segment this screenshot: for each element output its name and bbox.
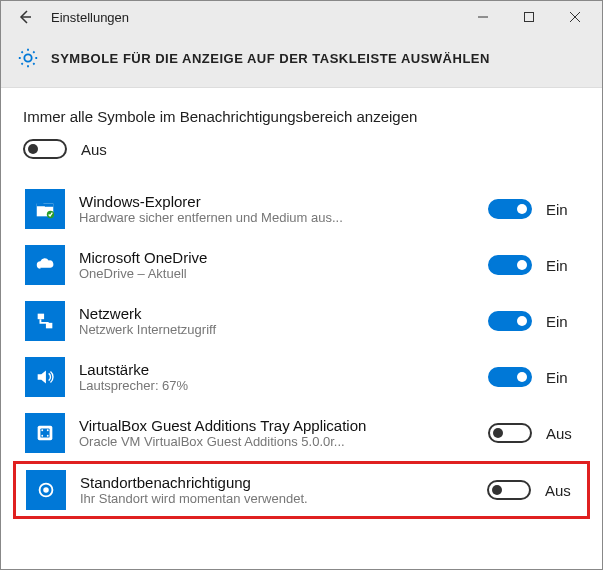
svg-point-11 [47,435,49,437]
explorer-icon [25,189,65,229]
item-labels: LautstärkeLautsprecher: 67% [79,361,488,393]
item-toggle[interactable] [488,311,532,331]
item-labels: Windows-ExplorerHardware sicher entferne… [79,193,488,225]
item-title: Standortbenachrichtigung [80,474,477,491]
icon-list: Windows-ExplorerHardware sicher entferne… [23,181,580,519]
item-toggle-state: Ein [546,201,578,218]
close-button[interactable] [552,1,598,33]
content-area: Immer alle Symbole im Benachrichtigungsb… [1,88,602,529]
item-toggle-state: Ein [546,369,578,386]
item-toggle-state: Aus [545,482,577,499]
onedrive-icon [25,245,65,285]
svg-point-8 [41,429,43,431]
gear-icon [17,47,39,69]
svg-rect-0 [525,13,534,22]
close-icon [570,12,580,22]
item-labels: StandortbenachrichtigungIhr Standort wir… [80,474,487,506]
toggle-wrap: Aus [488,423,578,443]
item-subtitle: Hardware sicher entfernen und Medium aus… [79,210,478,225]
item-toggle[interactable] [488,423,532,443]
back-button[interactable] [5,1,45,33]
item-labels: NetzwerkNetzwerk Internetzugriff [79,305,488,337]
maximize-button[interactable] [506,1,552,33]
toggle-wrap: Ein [488,311,578,331]
svg-rect-4 [38,314,44,320]
master-toggle-row: Aus [23,139,580,159]
item-subtitle: Oracle VM VirtualBox Guest Additions 5.0… [79,434,478,449]
svg-point-9 [47,429,49,431]
window-controls [460,1,598,33]
network-icon [25,301,65,341]
item-subtitle: Ihr Standort wird momentan verwendet. [80,491,477,506]
list-item: VirtualBox Guest Additions Tray Applicat… [23,405,580,461]
item-toggle[interactable] [488,367,532,387]
toggle-wrap: Ein [488,367,578,387]
item-toggle[interactable] [487,480,531,500]
toggle-wrap: Ein [488,199,578,219]
item-title: Netzwerk [79,305,478,322]
location-icon [26,470,66,510]
master-toggle-state: Aus [81,141,113,158]
page-header: SYMBOLE FÜR DIE ANZEIGE AUF DER TASKLEIS… [1,33,602,88]
item-labels: Microsoft OneDriveOneDrive – Aktuell [79,249,488,281]
item-toggle[interactable] [488,255,532,275]
item-labels: VirtualBox Guest Additions Tray Applicat… [79,417,488,449]
list-item: Microsoft OneDriveOneDrive – AktuellEin [23,237,580,293]
minimize-button[interactable] [460,1,506,33]
item-toggle-state: Ein [546,313,578,330]
item-title: Lautstärke [79,361,478,378]
item-subtitle: OneDrive – Aktuell [79,266,478,281]
item-title: VirtualBox Guest Additions Tray Applicat… [79,417,478,434]
item-toggle-state: Aus [546,425,578,442]
item-title: Windows-Explorer [79,193,478,210]
list-item: StandortbenachrichtigungIhr Standort wir… [13,461,590,519]
item-title: Microsoft OneDrive [79,249,478,266]
list-item: NetzwerkNetzwerk InternetzugriffEin [23,293,580,349]
back-arrow-icon [17,9,33,25]
list-item: LautstärkeLautsprecher: 67%Ein [23,349,580,405]
list-item: Windows-ExplorerHardware sicher entferne… [23,181,580,237]
toggle-wrap: Aus [487,480,577,500]
item-toggle[interactable] [488,199,532,219]
toggle-wrap: Ein [488,255,578,275]
window-title: Einstellungen [51,10,129,25]
volume-icon [25,357,65,397]
item-toggle-state: Ein [546,257,578,274]
minimize-icon [478,12,488,22]
item-subtitle: Lautsprecher: 67% [79,378,478,393]
svg-point-13 [43,487,49,493]
svg-point-10 [41,435,43,437]
vbox-icon [25,413,65,453]
item-subtitle: Netzwerk Internetzugriff [79,322,478,337]
page-title: SYMBOLE FÜR DIE ANZEIGE AUF DER TASKLEIS… [51,51,490,66]
master-toggle-label: Immer alle Symbole im Benachrichtigungsb… [23,108,580,125]
maximize-icon [524,12,534,22]
master-toggle[interactable] [23,139,67,159]
titlebar: Einstellungen [1,1,602,33]
